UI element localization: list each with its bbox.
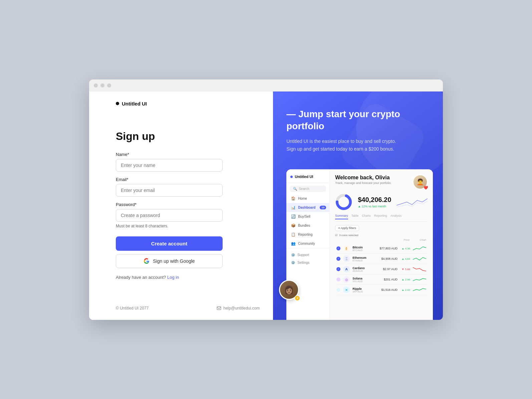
solana-icon: ◎	[343, 276, 350, 283]
sidebar-item-reporting[interactable]: 📋 Reporting	[286, 230, 329, 239]
form-title: Sign up	[116, 130, 260, 143]
sidebar-item-community[interactable]: 👥 Community	[286, 239, 329, 248]
notification-badge: 2	[294, 295, 300, 301]
dash-search-bar[interactable]: 🔍 Search	[290, 186, 326, 192]
bundles-icon: 📦	[291, 223, 296, 228]
create-account-button[interactable]: Create account	[116, 236, 223, 251]
coins-selected-row: ☑ 3 coins selected	[335, 234, 428, 237]
nav-label-buysell: Buy/Sell	[298, 215, 310, 218]
ethereum-sparkline	[413, 255, 426, 262]
dash-bottom-nav: ⚙️ Support ⚙️ Settings	[286, 248, 329, 266]
avatar-bubble: 👩🏽 2	[279, 280, 299, 300]
ethereum-check: ✓	[336, 257, 340, 261]
right-panel: — Jump start your crypto portfolio Untit…	[273, 91, 443, 320]
cardano-check: ✓	[336, 267, 340, 271]
email-field-group: Email*	[116, 177, 260, 197]
dashboard-badge: 10	[320, 206, 326, 209]
coins-selected-icon: ☑	[335, 234, 337, 237]
solana-sparkline	[413, 276, 426, 283]
sidebar-item-home[interactable]: 🏠 Home	[286, 194, 329, 203]
browser-dot-minimize	[100, 83, 104, 87]
google-signup-button[interactable]: Sign up with Google	[116, 254, 223, 268]
login-link[interactable]: Log in	[167, 275, 179, 280]
dash-nav-list: 🏠 Home 📊 Dashboard 10 🔄 Buy/Sell	[286, 194, 329, 248]
tab-reporting[interactable]: Reporting	[374, 214, 387, 219]
bitcoin-sparkline	[413, 245, 426, 252]
ripple-price: $1,516 AUD	[377, 288, 397, 291]
login-prompt: Already have an account? Log in	[116, 275, 260, 280]
coin-row-bitcoin: ✓ ₿ Bitcoin BTC/AUD $77,803 AUD ▲ 4.36	[335, 243, 428, 254]
browser-content: Untitled UI Sign up Name* Email* Passwor…	[89, 91, 443, 320]
nav-label-bundles: Bundles	[298, 224, 310, 227]
google-icon	[144, 258, 150, 264]
dashboard-preview: Untitled UI 🔍 Search 🏠 Home 📊 Dash	[286, 169, 433, 320]
nav-label-community: Community	[298, 242, 315, 245]
browser-titlebar	[89, 79, 443, 91]
portfolio-change: ▲ 12% vs last month	[358, 205, 391, 208]
sidebar-item-support[interactable]: ⚙️ Support	[286, 251, 329, 259]
logo-dot-icon	[116, 102, 119, 105]
bitcoin-name: Bitcoin BTC/AUD	[352, 246, 375, 251]
apply-filters-button[interactable]: ≡ Apply filters	[335, 225, 359, 231]
nav-label-settings: Settings	[297, 261, 309, 264]
dashboard-tabs: Summary Table Charts Reporting Analysis	[335, 214, 428, 222]
welcome-heading: Welcome back, Olivia	[335, 175, 391, 181]
coin-row-ripple: ✕ Ripple XRP/AUD $1,516 AUD ▲ 2.42	[335, 285, 428, 295]
dash-logo-text: Untitled UI	[295, 175, 313, 179]
copyright-text: © Untitled UI 2077	[116, 306, 149, 311]
ripple-icon: ✕	[343, 286, 350, 293]
sidebar-item-bundles[interactable]: 📦 Bundles	[286, 221, 329, 230]
google-button-label: Sign up with Google	[153, 258, 195, 264]
tab-table[interactable]: Table	[351, 214, 359, 219]
cardano-change: ▼ 5.88	[400, 268, 410, 271]
dash-search-placeholder: Search	[299, 187, 309, 191]
tagline-subtitle: Untitled UI is the easiest place to buy …	[286, 138, 433, 153]
footer: © Untitled UI 2077 help@untitledui.com	[116, 301, 260, 311]
price-header: Price	[404, 238, 410, 241]
portfolio-mini-chart: JanFebMarAprM...	[396, 195, 428, 209]
email-input[interactable]	[116, 184, 223, 197]
sidebar-item-settings[interactable]: ⚙️ Settings	[286, 259, 329, 266]
coin-row-solana: ◎ Solana SOL/AUD $201 AUD ▲ 2.96	[335, 274, 428, 285]
email-text: help@untitledui.com	[223, 306, 260, 311]
settings-icon: ⚙️	[291, 261, 295, 264]
svg-rect-0	[217, 307, 221, 310]
ripple-check	[336, 288, 340, 292]
coin-table-header: Price Chart	[335, 238, 428, 241]
coins-selected-text: 3 coins selected	[339, 234, 358, 237]
nav-label-support: Support	[297, 253, 309, 257]
name-input[interactable]	[116, 159, 223, 172]
password-label: Password*	[116, 202, 260, 207]
tagline-heading: — Jump start your crypto portfolio	[286, 108, 433, 133]
email-label: Email*	[116, 177, 260, 182]
ethereum-icon: Ξ	[343, 255, 350, 262]
password-hint: Must be at least 8 characters.	[116, 224, 260, 228]
portfolio-row: $40,206.20 ▲ 12% vs last month JanFebMar…	[335, 193, 428, 211]
avatar-heart-icon: ❤️	[424, 186, 428, 190]
browser-dot-maximize	[107, 83, 111, 87]
support-icon: ⚙️	[291, 253, 295, 257]
ripple-sparkline	[413, 286, 426, 293]
sidebar-item-dashboard[interactable]: 📊 Dashboard 10	[286, 203, 329, 212]
dash-logo: Untitled UI	[286, 175, 329, 183]
ethereum-price: $4,908 AUD	[377, 257, 397, 260]
tab-charts[interactable]: Charts	[362, 214, 371, 219]
portfolio-value-group: $40,206.20 ▲ 12% vs last month	[358, 196, 391, 208]
solana-check	[336, 277, 340, 281]
email-icon	[217, 306, 221, 311]
tab-summary[interactable]: Summary	[335, 214, 348, 219]
tab-analysis[interactable]: Analysis	[390, 214, 402, 219]
cardano-name: Cardano ADA/AUD	[352, 266, 375, 272]
password-field-group: Password* Must be at least 8 characters.	[116, 202, 260, 228]
logo-text: Untitled UI	[122, 101, 147, 107]
dashboard-icon: 📊	[291, 205, 296, 210]
name-field-group: Name*	[116, 152, 260, 172]
password-input[interactable]	[116, 209, 223, 222]
sidebar-item-buysell[interactable]: 🔄 Buy/Sell	[286, 212, 329, 221]
bitcoin-change: ▲ 4.36	[400, 247, 410, 250]
buysell-icon: 🔄	[291, 214, 296, 219]
bitcoin-price: $77,803 AUD	[377, 247, 397, 250]
coin-row-ethereum: ✓ Ξ Ethereum ETH/AUD $4,908 AUD ▲ 4.84	[335, 254, 428, 264]
dashboard-main: Welcome back, Olivia Track, manage and f…	[330, 169, 433, 320]
browser-window: Untitled UI Sign up Name* Email* Passwor…	[89, 79, 443, 320]
